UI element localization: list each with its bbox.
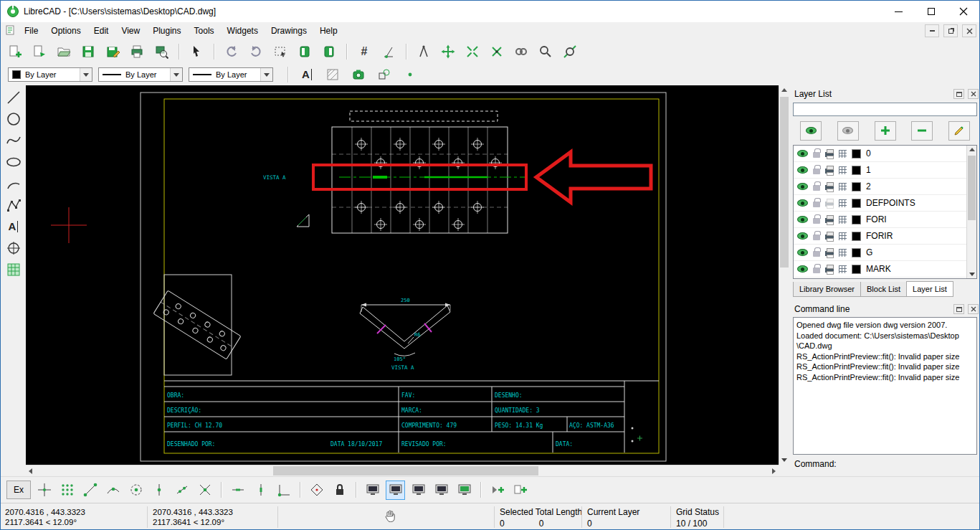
polyline-tool-button[interactable]	[4, 195, 23, 214]
snap-middle-button[interactable]	[149, 481, 168, 500]
ellipse-tool-button[interactable]	[4, 152, 23, 171]
layer-color-swatch[interactable]	[852, 149, 861, 158]
hatch-tool-button[interactable]	[4, 260, 23, 279]
layer-print-icon[interactable]	[825, 202, 834, 207]
menu-edit[interactable]: Edit	[87, 23, 115, 39]
insert-block-button[interactable]	[374, 65, 394, 85]
mdi-restore-button[interactable]	[943, 24, 958, 37]
close-button[interactable]	[947, 1, 979, 22]
snap-free-button[interactable]	[34, 481, 54, 500]
layer-visible-icon[interactable]	[797, 166, 808, 174]
scroll-down-icon[interactable]	[781, 458, 787, 462]
cross-arrows-button[interactable]	[487, 42, 507, 62]
layer-lock-icon[interactable]	[813, 251, 820, 257]
zoom-pan-button[interactable]	[438, 42, 458, 62]
line-tool-button[interactable]	[4, 87, 23, 107]
edit-layer-button[interactable]	[948, 121, 970, 141]
redo-button[interactable]	[246, 42, 266, 62]
layer-row-mark[interactable]: MARK	[794, 261, 976, 278]
layer-color-swatch[interactable]	[852, 182, 861, 191]
mtext-button[interactable]: A	[297, 65, 317, 85]
layer-visible-icon[interactable]	[797, 216, 808, 223]
zoom-collapse-button[interactable]	[462, 42, 482, 62]
zoom-out-button[interactable]	[536, 42, 556, 62]
panel-right-button[interactable]	[319, 42, 339, 62]
menu-plugins[interactable]: Plugins	[146, 23, 187, 39]
menu-options[interactable]: Options	[44, 23, 87, 39]
tab-block-list[interactable]: Block List	[860, 282, 907, 297]
restrict-orthogonal-button[interactable]	[274, 481, 293, 500]
spline-tool-button[interactable]	[4, 131, 23, 150]
layer-lock-icon[interactable]	[813, 152, 820, 158]
layer-construction-icon[interactable]	[839, 232, 847, 240]
command-log[interactable]: Opened dwg file version dwg version 2007…	[793, 317, 977, 455]
command-prompt[interactable]: Command:	[794, 459, 837, 469]
open-file-button[interactable]	[54, 42, 74, 62]
menu-tools[interactable]: Tools	[188, 23, 221, 39]
grid-toggle-button[interactable]: #	[354, 42, 374, 62]
new-from-template-button[interactable]	[29, 42, 49, 62]
tab-library-browser[interactable]: Library Browser	[793, 282, 861, 297]
layer-color-swatch[interactable]	[852, 248, 861, 257]
lock-relative-zero-button[interactable]	[330, 481, 349, 500]
scroll-right-icon[interactable]	[772, 468, 776, 474]
vertical-scroll-thumb[interactable]	[780, 97, 789, 268]
panel-left-button[interactable]	[295, 42, 315, 62]
measure-button[interactable]	[414, 42, 434, 62]
layer-lock-icon[interactable]	[813, 185, 820, 191]
layer-row-forir[interactable]: FORIR	[794, 228, 976, 245]
arc-tool-button[interactable]	[4, 174, 23, 193]
hatch-button[interactable]	[323, 65, 343, 85]
pen-color-select[interactable]: By Layer	[8, 67, 92, 82]
draft-view-3-button[interactable]	[409, 481, 428, 500]
dock-close-button[interactable]	[968, 89, 979, 99]
layer-row-1[interactable]: 1	[794, 162, 976, 179]
text-tool-button[interactable]: A	[4, 217, 23, 236]
tab-layer-list[interactable]: Layer List	[906, 281, 953, 297]
horizontal-scroll-thumb[interactable]	[273, 466, 538, 475]
restrict-horizontal-button[interactable]	[228, 481, 247, 500]
new-file-button[interactable]	[5, 42, 25, 62]
add-layer-button[interactable]	[875, 121, 896, 141]
drawing-canvas[interactable]: VISTA A	[26, 85, 779, 465]
menu-drawings[interactable]: Drawings	[265, 23, 313, 39]
remove-layer-button[interactable]	[911, 121, 933, 141]
show-all-layers-button[interactable]	[800, 121, 822, 141]
horizontal-scrollbar[interactable]	[26, 465, 779, 476]
layer-lock-icon[interactable]	[813, 218, 820, 224]
print-button[interactable]	[127, 42, 147, 62]
link-button[interactable]	[511, 42, 531, 62]
snap-intersection-button[interactable]	[195, 481, 214, 500]
layer-lock-icon[interactable]	[813, 235, 820, 240]
layer-visible-icon[interactable]	[797, 232, 808, 240]
circle-tool-button[interactable]	[4, 109, 23, 128]
add-toolbar-2-button[interactable]	[510, 481, 530, 500]
menu-file[interactable]: File	[18, 23, 44, 39]
layer-construction-icon[interactable]	[839, 166, 847, 174]
layer-lock-icon[interactable]	[813, 169, 820, 174]
snap-endpoint-button[interactable]	[80, 481, 100, 500]
snap-distance-button[interactable]	[172, 481, 191, 500]
layer-construction-icon[interactable]	[839, 150, 847, 158]
save-as-button[interactable]	[103, 42, 123, 62]
zoom-auto-button[interactable]	[560, 42, 580, 62]
selection-pointer-button[interactable]	[186, 42, 206, 62]
layer-search-input[interactable]	[793, 103, 977, 116]
undo-button[interactable]	[222, 42, 242, 62]
menu-help[interactable]: Help	[313, 23, 344, 39]
layer-print-icon[interactable]	[825, 218, 834, 223]
relative-zero-button[interactable]	[307, 481, 326, 500]
layer-visible-icon[interactable]	[797, 265, 808, 273]
layer-print-icon[interactable]	[825, 235, 834, 240]
pen-style-select[interactable]: By Layer	[189, 67, 273, 82]
layer-row-0[interactable]: 0	[794, 146, 976, 162]
layer-row-fori[interactable]: FORI	[794, 212, 976, 228]
layer-row-2[interactable]: 2	[794, 179, 976, 195]
dock-float-button[interactable]	[953, 89, 964, 99]
layer-print-icon[interactable]	[825, 152, 834, 157]
layer-visible-icon[interactable]	[797, 150, 808, 157]
layer-construction-icon[interactable]	[839, 183, 847, 191]
layer-print-icon[interactable]	[825, 185, 834, 190]
layer-lock-icon[interactable]	[813, 202, 820, 207]
layer-list-scrollbar[interactable]	[966, 146, 976, 278]
